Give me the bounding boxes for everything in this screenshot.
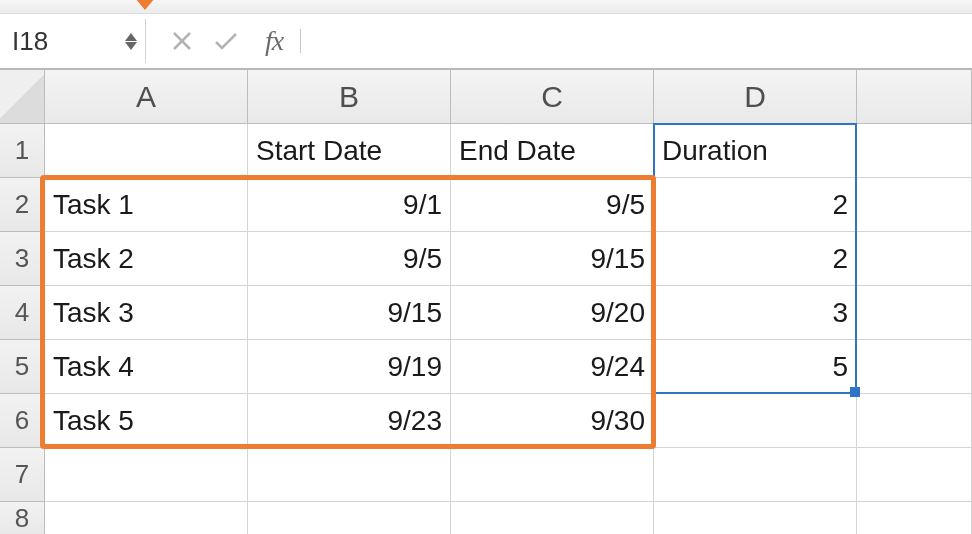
cell-B7[interactable] <box>248 448 451 502</box>
cell-A2[interactable]: Task 1 <box>45 178 248 232</box>
cell-D4[interactable]: 3 <box>654 286 857 340</box>
cell-reference: I18 <box>12 26 48 57</box>
cell-A3[interactable]: Task 2 <box>45 232 248 286</box>
cell-D7[interactable] <box>654 448 857 502</box>
fx-label: fx <box>265 25 283 57</box>
svg-marker-1 <box>125 42 137 50</box>
cell-E6[interactable] <box>857 394 972 448</box>
cell-E1[interactable] <box>857 124 972 178</box>
cell-C6[interactable]: 9/30 <box>451 394 654 448</box>
cell-A6[interactable]: Task 5 <box>45 394 248 448</box>
spreadsheet-grid[interactable]: A B C D 1 Start Date End Date Duration 2… <box>0 70 972 534</box>
column-header-C[interactable]: C <box>451 70 654 124</box>
chevron-up-icon <box>125 33 137 41</box>
cancel-button[interactable] <box>160 21 204 61</box>
cell-C4[interactable]: 9/20 <box>451 286 654 340</box>
cell-E5[interactable] <box>857 340 972 394</box>
cell-E2[interactable] <box>857 178 972 232</box>
cell-D6[interactable] <box>654 394 857 448</box>
formula-bar: I18 fx <box>0 14 972 70</box>
cell-C2[interactable]: 9/5 <box>451 178 654 232</box>
row-header-8[interactable]: 8 <box>0 502 45 534</box>
cell-B2[interactable]: 9/1 <box>248 178 451 232</box>
name-box[interactable]: I18 <box>4 19 146 63</box>
column-header-D[interactable]: D <box>654 70 857 124</box>
cell-D1[interactable]: Duration <box>654 124 857 178</box>
table-row: 8 <box>0 502 972 534</box>
row-header-5[interactable]: 5 <box>0 340 45 394</box>
table-row: 7 <box>0 448 972 502</box>
confirm-button[interactable] <box>204 21 248 61</box>
cell-A5[interactable]: Task 4 <box>45 340 248 394</box>
svg-marker-0 <box>125 33 137 41</box>
chevron-down-icon <box>125 42 137 50</box>
check-icon <box>213 30 239 52</box>
cell-B4[interactable]: 9/15 <box>248 286 451 340</box>
column-header-row: A B C D <box>0 70 972 124</box>
cell-A7[interactable] <box>45 448 248 502</box>
row-header-7[interactable]: 7 <box>0 448 45 502</box>
row-header-4[interactable]: 4 <box>0 286 45 340</box>
cell-C8[interactable] <box>451 502 654 534</box>
table-row: 6 Task 5 9/23 9/30 <box>0 394 972 448</box>
cell-E4[interactable] <box>857 286 972 340</box>
cell-C7[interactable] <box>451 448 654 502</box>
cell-B5[interactable]: 9/19 <box>248 340 451 394</box>
cell-D5[interactable]: 5 <box>654 340 857 394</box>
name-box-stepper[interactable] <box>125 33 137 50</box>
close-icon <box>171 30 193 52</box>
cell-A4[interactable]: Task 3 <box>45 286 248 340</box>
ribbon-marker-icon <box>135 0 155 10</box>
cell-A8[interactable] <box>45 502 248 534</box>
cell-E7[interactable] <box>857 448 972 502</box>
cell-A1[interactable] <box>45 124 248 178</box>
cell-B3[interactable]: 9/5 <box>248 232 451 286</box>
cell-B8[interactable] <box>248 502 451 534</box>
cell-D2[interactable]: 2 <box>654 178 857 232</box>
row-header-3[interactable]: 3 <box>0 232 45 286</box>
column-header-E[interactable] <box>857 70 972 124</box>
column-header-A[interactable]: A <box>45 70 248 124</box>
cell-E8[interactable] <box>857 502 972 534</box>
table-row: 3 Task 2 9/5 9/15 2 <box>0 232 972 286</box>
formula-input[interactable] <box>300 21 968 61</box>
cell-C5[interactable]: 9/24 <box>451 340 654 394</box>
cell-E3[interactable] <box>857 232 972 286</box>
table-row: 2 Task 1 9/1 9/5 2 <box>0 178 972 232</box>
column-header-B[interactable]: B <box>248 70 451 124</box>
row-header-1[interactable]: 1 <box>0 124 45 178</box>
cell-D8[interactable] <box>654 502 857 534</box>
ribbon-strip <box>0 0 972 14</box>
row-header-2[interactable]: 2 <box>0 178 45 232</box>
cell-C3[interactable]: 9/15 <box>451 232 654 286</box>
cell-D3[interactable]: 2 <box>654 232 857 286</box>
insert-function-button[interactable]: fx <box>248 25 300 57</box>
table-row: 4 Task 3 9/15 9/20 3 <box>0 286 972 340</box>
cell-B6[interactable]: 9/23 <box>248 394 451 448</box>
row-header-6[interactable]: 6 <box>0 394 45 448</box>
cell-C1[interactable]: End Date <box>451 124 654 178</box>
select-all-corner[interactable] <box>0 70 45 124</box>
table-row: 1 Start Date End Date Duration <box>0 124 972 178</box>
cell-B1[interactable]: Start Date <box>248 124 451 178</box>
table-row: 5 Task 4 9/19 9/24 5 <box>0 340 972 394</box>
